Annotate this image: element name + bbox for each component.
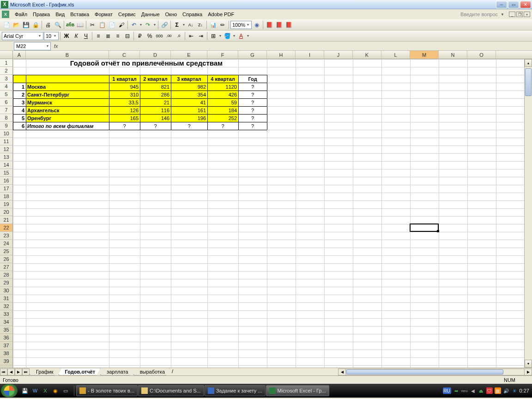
underline-button[interactable]: Ч (81, 31, 91, 41)
sheet-tab-График[interactable]: График (29, 369, 59, 375)
row-header-31[interactable]: 31 (0, 295, 12, 302)
window-minimize-button[interactable]: ─ (496, 1, 507, 8)
borders-button[interactable]: ⊞ (209, 31, 218, 41)
cell-B9[interactable]: Итого по всем филиалам (26, 122, 109, 130)
row-header-15[interactable]: 15 (0, 169, 12, 177)
tab-prev-button[interactable]: ◀ (7, 369, 15, 375)
row-header-19[interactable]: 19 (0, 200, 12, 208)
undo-button[interactable]: ↶ (129, 20, 139, 30)
menu-window[interactable]: Окно (163, 11, 180, 18)
menu-file[interactable]: Файл (12, 11, 30, 18)
taskbar-item[interactable]: C:\Documents and S... (138, 385, 204, 396)
ql-excel-icon[interactable]: X (41, 386, 50, 395)
cell-F8[interactable]: 252 (207, 114, 238, 122)
row-header-13[interactable]: 13 (0, 153, 12, 161)
decrease-indent-button[interactable]: ⇤ (187, 31, 196, 41)
start-button[interactable] (1, 384, 18, 397)
increase-indent-button[interactable]: ⇥ (196, 31, 206, 41)
column-header-J[interactable]: J (324, 51, 353, 59)
undo-dropdown[interactable]: ▾ (139, 23, 143, 27)
cell-F6[interactable]: 59 (207, 98, 238, 106)
print-preview-button[interactable]: 🔍 (53, 20, 62, 30)
row-header-23[interactable]: 23 (0, 232, 12, 240)
cell-A3[interactable] (13, 75, 26, 83)
help-dropdown-icon[interactable]: ▼ (500, 12, 505, 17)
row-header-25[interactable]: 25 (0, 248, 12, 255)
row-header-10[interactable]: 10 (0, 130, 12, 138)
row-header-34[interactable]: 34 (0, 318, 12, 326)
cell-C7[interactable]: 126 (109, 106, 140, 114)
new-button[interactable]: 📄 (2, 20, 11, 30)
cell-E8[interactable]: 196 (171, 114, 207, 122)
row-header-9[interactable]: 9 (0, 122, 12, 130)
cell-B6[interactable]: Мурманск (26, 98, 109, 106)
row-header-2[interactable]: 2 (0, 67, 12, 75)
row-header-3[interactable]: 3 (0, 75, 12, 83)
cut-button[interactable]: ✂ (88, 20, 97, 30)
ql-desktop-icon[interactable]: ▭ (61, 386, 70, 395)
font-size-selector[interactable]: 10▾ (44, 32, 59, 40)
cell-D7[interactable]: 116 (140, 106, 171, 114)
hscroll-left-button[interactable]: ◀ (339, 369, 346, 375)
align-center-button[interactable]: ≣ (103, 31, 113, 41)
tray-nero-icon[interactable]: nero (461, 387, 468, 394)
italic-button[interactable]: К (72, 31, 81, 41)
cell-D8[interactable]: 146 (140, 114, 171, 122)
menu-data[interactable]: Данные (139, 11, 163, 18)
row-header-24[interactable]: 24 (0, 240, 12, 248)
row-header-29[interactable]: 29 (0, 279, 12, 287)
cell-D9[interactable]: ? (140, 122, 171, 130)
paste-button[interactable]: 📄 (107, 20, 116, 30)
row-header-16[interactable]: 16 (0, 177, 12, 185)
row-header-39[interactable]: 39 (0, 357, 12, 365)
sort-desc-button[interactable]: Z↓ (196, 20, 205, 30)
pdf-convert-button[interactable]: 📕 (265, 20, 274, 30)
hscroll-right-button[interactable]: ▶ (524, 369, 532, 375)
doc-restore-button[interactable]: ❐ (516, 12, 523, 17)
clock[interactable]: 0:27 (520, 388, 529, 393)
cell-B8[interactable]: Оренбург (26, 114, 109, 122)
ql-media-icon[interactable]: ◉ (51, 386, 60, 395)
doc-close-button[interactable]: × (524, 12, 530, 17)
menu-edit[interactable]: Правка (30, 11, 53, 18)
row-header-4[interactable]: 4 (0, 83, 12, 91)
save-button[interactable]: 💾 (21, 20, 30, 30)
cell-C9[interactable]: ? (109, 122, 140, 130)
tray-shield-icon[interactable]: 🛡 (486, 387, 493, 394)
tray-network-icon[interactable]: ▦ (495, 387, 501, 394)
sheet-tab-зарплата[interactable]: зарплата (100, 369, 133, 375)
cell-D4[interactable]: 821 (140, 83, 171, 91)
menu-insert[interactable]: Вставка (67, 11, 92, 18)
select-all-corner[interactable] (0, 51, 13, 59)
menu-help[interactable]: Справка (180, 11, 205, 18)
cell-E5[interactable]: 354 (171, 91, 207, 98)
sheet-tab-выработка[interactable]: выработка (133, 369, 170, 375)
percent-button[interactable]: % (145, 31, 154, 41)
menu-adobe-pdf[interactable]: Adobe PDF (205, 11, 237, 18)
cell-C4[interactable]: 945 (109, 83, 140, 91)
open-button[interactable]: 📂 (12, 20, 21, 30)
menu-format[interactable]: Формат (92, 11, 115, 18)
row-header-12[interactable]: 12 (0, 145, 12, 153)
column-header-H[interactable]: H (267, 51, 296, 59)
bold-button[interactable]: Ж (62, 31, 71, 41)
zoom-box[interactable]: 100%▾ (230, 21, 252, 29)
language-indicator[interactable]: RU (443, 387, 451, 394)
ql-word-icon[interactable]: W (30, 386, 40, 395)
column-header-C[interactable]: C (109, 51, 140, 59)
row-header-22[interactable]: 22 (0, 224, 12, 232)
row-header-30[interactable]: 30 (0, 287, 12, 295)
currency-button[interactable]: ₽ (135, 31, 145, 41)
fill-dropdown[interactable]: ▾ (232, 34, 236, 38)
row-header-37[interactable]: 37 (0, 342, 12, 350)
borders-dropdown[interactable]: ▾ (218, 34, 222, 38)
row-header-36[interactable]: 36 (0, 334, 12, 342)
row-header-33[interactable]: 33 (0, 310, 12, 318)
cell-B5[interactable]: Санкт-Петербург (26, 91, 109, 98)
cell-E9[interactable]: ? (171, 122, 207, 130)
comma-button[interactable]: 000 (155, 31, 164, 41)
cell-C8[interactable]: 165 (109, 114, 140, 122)
font-color-button[interactable]: А (236, 31, 246, 41)
window-maximize-button[interactable]: ▭ (508, 1, 519, 8)
vertical-scrollbar[interactable]: ▴ ▾ (524, 59, 532, 368)
